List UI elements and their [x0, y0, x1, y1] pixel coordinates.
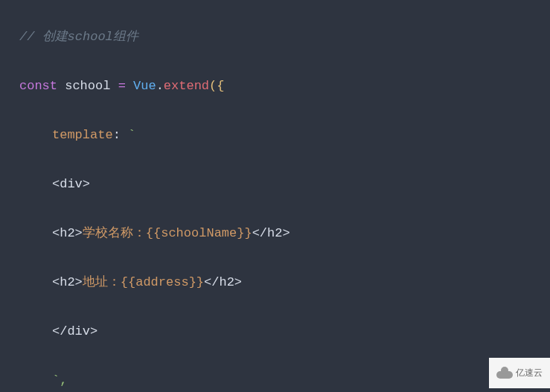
keyword-const: const: [19, 79, 57, 93]
tag-div-open: <div>: [52, 177, 90, 191]
backtick-comma: `,: [52, 373, 67, 388]
open-paren: ({: [209, 79, 224, 93]
code-line-7: </div>: [19, 319, 531, 344]
code-line-3: template: `: [19, 123, 531, 147]
prop-template: template: [52, 128, 113, 142]
mustache-address: {{address}}: [121, 275, 204, 289]
var-school: school: [57, 79, 118, 93]
text-schoolname-label: 学校名称：: [83, 226, 146, 240]
dot: .: [156, 79, 164, 93]
tag-div-close: </div>: [52, 324, 97, 338]
method-extend: extend: [164, 79, 209, 93]
code-line-5: <h2>学校名称：{{schoolName}}</h2>: [19, 221, 531, 245]
colon: :: [113, 128, 128, 142]
tag-h2-close: </h2>: [204, 275, 242, 289]
operator-eq: =: [118, 79, 133, 93]
code-line-4: <div>: [19, 172, 531, 196]
code-block: // 创建school组件 const school = Vue.extend(…: [0, 0, 550, 392]
code-line-2: const school = Vue.extend({: [19, 74, 531, 98]
code-line-1: // 创建school组件: [19, 25, 531, 49]
cloud-icon: [496, 368, 513, 379]
code-line-8: `,: [19, 368, 531, 392]
watermark-text: 亿速云: [516, 361, 543, 385]
watermark: 亿速云: [489, 358, 550, 388]
code-line-6: <h2>地址：{{address}}</h2>: [19, 270, 531, 295]
tag-h2-open: <h2>: [52, 275, 83, 289]
backtick: `: [128, 128, 135, 142]
tag-h2-close: </h2>: [252, 226, 290, 240]
mustache-schoolname: {{schoolName}}: [146, 226, 252, 240]
comment: // 创建school组件: [19, 30, 138, 44]
tag-h2-open: <h2>: [52, 226, 83, 240]
class-vue: Vue: [133, 79, 156, 93]
text-address-label: 地址：: [83, 275, 121, 289]
